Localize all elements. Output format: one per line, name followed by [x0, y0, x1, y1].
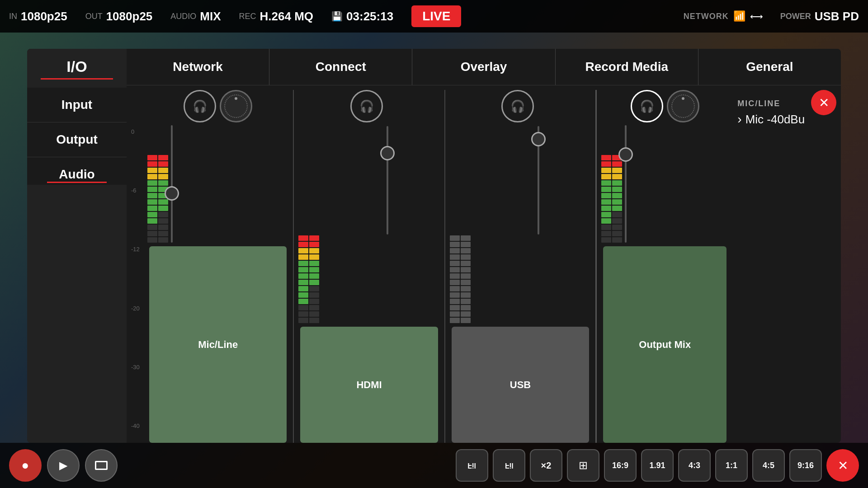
ratio-169-button[interactable]: 16:9 [604, 449, 637, 482]
connect-channel-group: 🎧 [298, 90, 439, 443]
in-value: 1080p25 [21, 9, 67, 23]
network-channel-label[interactable]: Mic/Line [149, 246, 287, 443]
db-scale: 0 -6 -12 -20 -30 -40 [131, 90, 147, 443]
network-fader[interactable] [171, 125, 173, 243]
mic-line-arrow-icon: › [737, 112, 741, 127]
connect-vu-meter [298, 206, 319, 323]
overlay-channel-group: 🎧 [450, 90, 591, 443]
network-connect-separator [293, 90, 294, 443]
general-mic-section: MIC/LINE › Mic -40dBu [728, 90, 836, 443]
in-spec: IN 1080p25 [9, 9, 67, 23]
headphone-icon-2: 🎧 [359, 99, 374, 113]
overlay-channel-label[interactable]: USB [452, 327, 589, 443]
record-channel-label[interactable]: Output Mix [603, 246, 726, 443]
sidebar-item-input[interactable]: Input [27, 88, 127, 122]
ratio-11-button[interactable]: 1:1 [715, 449, 748, 482]
db-0: 0 [131, 128, 145, 135]
record-knobs: 🎧 [601, 90, 728, 122]
record-headphone-knob[interactable]: 🎧 [631, 90, 663, 122]
overlay-vu-meter [450, 206, 471, 323]
tab-headers: Network Connect Overlay Record Media Gen… [127, 49, 841, 85]
audio-spec: AUDIO MIX [170, 9, 221, 23]
headphone-icon: 🎧 [193, 99, 207, 113]
flip2-button[interactable]: Fil [493, 449, 525, 482]
power-label: POWER [780, 12, 811, 21]
network-dial-knob[interactable] [220, 90, 252, 122]
live-button[interactable]: LIVE [411, 5, 461, 27]
connect-channel-label[interactable]: HDMI [300, 327, 438, 443]
overlay-fader-handle[interactable] [531, 132, 546, 146]
monitor-button[interactable] [85, 449, 118, 482]
connect-meters-row [298, 206, 439, 323]
record-vu-meter [601, 125, 622, 243]
ratio-45-button[interactable]: 4:5 [752, 449, 785, 482]
out-value: 1080p25 [106, 9, 153, 23]
ratio-916-button[interactable]: 9:16 [789, 449, 822, 482]
record-media-channel-group: 🎧 [601, 90, 728, 443]
network-channel-group: 🎧 [147, 90, 288, 443]
sidebar-title-wrap: I/O [27, 49, 127, 83]
network-meters-row [147, 125, 288, 243]
audio-value: MIX [200, 9, 221, 23]
overlay-meters-row [450, 206, 591, 323]
out-label: OUT [85, 12, 103, 21]
power-value: USB PD [815, 9, 859, 23]
out-spec: OUT 1080p25 [85, 9, 153, 23]
power-area: POWER USB PD [780, 9, 859, 23]
play-button[interactable]: ▶ [47, 449, 80, 482]
rec-value: H.264 MQ [260, 9, 314, 23]
zoom-button[interactable]: ×2 [530, 449, 562, 482]
network-headphone-knob[interactable]: 🎧 [184, 90, 216, 122]
overlay-headphone-knob[interactable]: 🎧 [501, 90, 534, 122]
play-icon: ▶ [59, 459, 67, 472]
toolbar-tools: Fil Fil ×2 ⊞ 16:9 1.91 4:3 1:1 4:5 9:16 … [456, 449, 859, 482]
db-20: -20 [131, 305, 145, 312]
sidebar: I/O Input Output Audio [27, 49, 127, 443]
connect-fader-area [387, 90, 388, 235]
record-dial-knob[interactable] [667, 90, 699, 122]
flip-button[interactable]: Fil [456, 449, 488, 482]
flip2-icon: Fil [505, 461, 514, 469]
db-12: -12 [131, 246, 145, 253]
tab-connect[interactable]: Connect [269, 49, 412, 85]
overlay-record-separator [595, 90, 597, 443]
db-6: -6 [131, 187, 145, 194]
grid-icon: ⊞ [579, 459, 588, 472]
tab-overlay[interactable]: Overlay [412, 49, 555, 85]
sidebar-title: I/O [66, 58, 87, 75]
tab-general[interactable]: General [698, 49, 841, 85]
connect-headphone-knob[interactable]: 🎧 [350, 90, 383, 122]
record-fader-handle[interactable] [618, 147, 633, 162]
main-panel: I/O Input Output Audio Network Connect O… [27, 49, 841, 443]
audio-label: AUDIO [170, 12, 196, 21]
tab-network[interactable]: Network [127, 49, 269, 85]
headphone-icon-3: 🎧 [510, 99, 525, 113]
ratio-43-button[interactable]: 4:3 [678, 449, 711, 482]
toolbar-close-button[interactable]: ✕ [826, 449, 859, 482]
sidebar-item-output[interactable]: Output [27, 122, 127, 157]
tab-record-media[interactable]: Record Media [555, 49, 698, 85]
ratio-191-button[interactable]: 1.91 [641, 449, 674, 482]
top-bar: IN 1080p25 OUT 1080p25 AUDIO MIX REC H.2… [0, 0, 868, 33]
connect-overlay-separator [444, 90, 445, 443]
close-panel-button[interactable]: ✕ [811, 90, 836, 115]
record-icon: ● [22, 458, 29, 473]
network-label: NETWORK [684, 12, 729, 21]
in-label: IN [9, 12, 17, 21]
network-fader-handle[interactable] [165, 186, 179, 201]
content-area: Network Connect Overlay Record Media Gen… [127, 49, 841, 443]
timer-value: 03:25:13 [346, 9, 393, 23]
overlay-fader-area [538, 90, 539, 235]
db-40: -40 [131, 422, 145, 429]
connect-fader-handle[interactable] [380, 146, 395, 160]
network-vu-meter [147, 125, 168, 243]
grid-button[interactable]: ⊞ [567, 449, 599, 482]
record-button[interactable]: ● [9, 449, 42, 482]
record-meters-row [601, 125, 728, 243]
db-30: -30 [131, 364, 145, 371]
network-knobs: 🎧 [147, 90, 288, 122]
record-fader[interactable] [625, 125, 627, 243]
rec-label: REC [239, 12, 256, 21]
rec-spec: REC H.264 MQ [239, 9, 314, 23]
sidebar-item-audio[interactable]: Audio [27, 157, 127, 185]
